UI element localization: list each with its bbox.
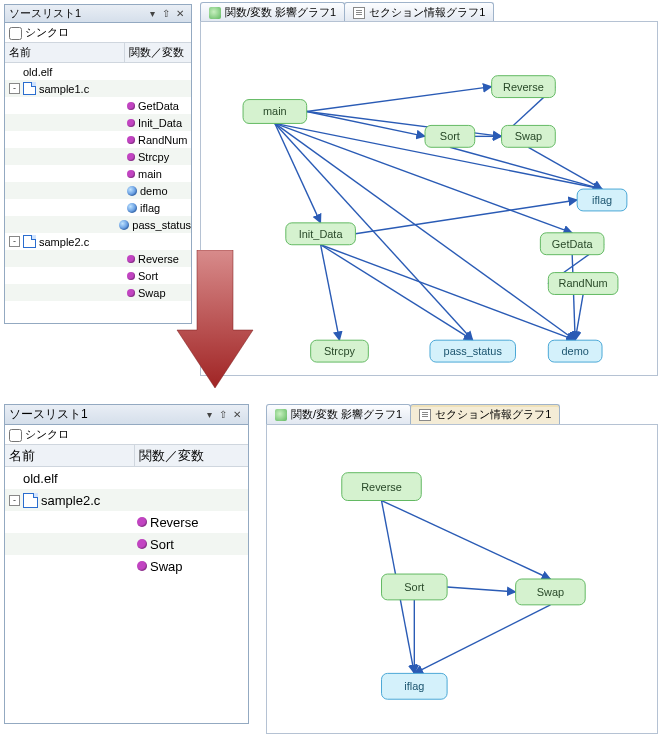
tree-item-func: Swap <box>150 559 183 574</box>
graph-canvas-top[interactable]: mainReverseSortSwapInit_DataGetDataRandN… <box>200 21 658 376</box>
tree-item-func: Init_Data <box>138 117 182 129</box>
graph-node-swap[interactable]: Swap <box>502 125 556 147</box>
tree-row[interactable]: Sort <box>5 533 248 555</box>
graph-node-strcpy[interactable]: Strcpy <box>311 340 369 362</box>
graph-node-getdata[interactable]: GetData <box>540 233 604 255</box>
tree-row[interactable]: main <box>5 165 191 182</box>
tree-row[interactable]: demo <box>5 182 191 199</box>
col-header-func[interactable]: 関数／変数 <box>135 445 248 466</box>
col-header-name[interactable]: 名前 <box>5 43 125 62</box>
expander-icon[interactable]: - <box>9 83 20 94</box>
graph-edge <box>572 255 575 341</box>
close-icon[interactable]: ✕ <box>230 408 244 422</box>
sync-label: シンクロ <box>25 26 69 38</box>
function-icon <box>127 153 135 161</box>
tree-row[interactable]: iflag <box>5 199 191 216</box>
tab-label: セクション情報グラフ1 <box>435 407 551 422</box>
tree-item-func: demo <box>140 185 168 197</box>
graph-node-label: Strcpy <box>324 345 355 357</box>
tab[interactable]: セクション情報グラフ1 <box>410 404 560 424</box>
file-icon <box>23 493 38 508</box>
graph-node-demo[interactable]: demo <box>548 340 602 362</box>
tab-label: セクション情報グラフ1 <box>369 5 485 20</box>
expander-icon[interactable]: - <box>9 495 20 506</box>
tab[interactable]: セクション情報グラフ1 <box>344 2 494 22</box>
tab[interactable]: 関数/変数 影響グラフ1 <box>266 404 411 424</box>
transition-arrow-icon <box>175 250 255 390</box>
graph-node-initdata[interactable]: Init_Data <box>286 223 356 245</box>
expander-icon[interactable]: - <box>9 236 20 247</box>
tree-item-func: Reverse <box>138 253 179 265</box>
tree-row[interactable]: old.elf <box>5 63 191 80</box>
graph-node-label: Sort <box>404 581 424 593</box>
tree-item-func: Sort <box>150 537 174 552</box>
tree-row[interactable]: Strcpy <box>5 148 191 165</box>
tree-row[interactable]: -sample2.c <box>5 233 191 250</box>
sync-row: シンクロ <box>5 425 248 445</box>
tree-row[interactable]: -sample1.c <box>5 80 191 97</box>
panel-title-text: ソースリスト1 <box>9 406 88 423</box>
tree-row[interactable]: GetData <box>5 97 191 114</box>
graph-node-label: RandNum <box>559 277 608 289</box>
panel-menu-icon[interactable]: ▾ <box>202 408 216 422</box>
graph-node-label: Init_Data <box>299 228 344 240</box>
tree-row[interactable]: Swap <box>5 555 248 577</box>
graph-edge <box>450 147 602 189</box>
function-icon <box>127 170 135 178</box>
function-icon <box>127 119 135 127</box>
graph-node-label: Reverse <box>361 481 402 493</box>
sync-checkbox[interactable] <box>9 429 22 442</box>
pin-icon[interactable]: ⇧ <box>159 7 173 21</box>
tree-row[interactable]: Init_Data <box>5 114 191 131</box>
function-icon <box>127 289 135 297</box>
function-icon <box>127 272 135 280</box>
graph-node-label: GetData <box>552 238 594 250</box>
tree-row[interactable]: -sample2.c <box>5 489 248 511</box>
tree-row[interactable]: RandNum <box>5 131 191 148</box>
tree-row[interactable]: Sort <box>5 267 191 284</box>
panel-menu-icon[interactable]: ▾ <box>145 7 159 21</box>
graph-edge <box>414 605 550 674</box>
graph-node-swap[interactable]: Swap <box>516 579 586 605</box>
col-header-name[interactable]: 名前 <box>5 445 135 466</box>
pin-icon[interactable]: ⇧ <box>216 408 230 422</box>
graph-edge <box>321 245 576 340</box>
graph-node-sort[interactable]: Sort <box>425 125 475 147</box>
panel-titlebar[interactable]: ソースリスト1 ▾ ⇧ ✕ <box>5 405 248 425</box>
col-header-func[interactable]: 関数／変数 <box>125 43 191 62</box>
file-icon <box>23 235 36 248</box>
graph-node-iflag[interactable]: iflag <box>382 673 448 699</box>
graph-node-label: main <box>263 105 287 117</box>
graph-node-sort[interactable]: Sort <box>382 574 448 600</box>
graph-edge <box>528 147 602 189</box>
variable-icon <box>119 220 129 230</box>
graph-node-iflag[interactable]: iflag <box>577 189 627 211</box>
function-icon <box>137 539 147 549</box>
graph-node-reverse[interactable]: Reverse <box>342 473 421 501</box>
tree-row[interactable]: Reverse <box>5 250 191 267</box>
graph-node-randnum[interactable]: RandNum <box>548 273 618 295</box>
graph-node-reverse[interactable]: Reverse <box>492 76 556 98</box>
graph-node-label: pass_status <box>444 345 503 357</box>
sync-checkbox[interactable] <box>9 27 22 40</box>
panel-titlebar[interactable]: ソースリスト1 ▾ ⇧ ✕ <box>5 5 191 23</box>
variable-icon <box>127 186 137 196</box>
tree-row[interactable]: pass_status <box>5 216 191 233</box>
close-icon[interactable]: ✕ <box>173 7 187 21</box>
graph-canvas-bottom[interactable]: ReverseSortSwapiflag <box>266 424 658 734</box>
tab[interactable]: 関数/変数 影響グラフ1 <box>200 2 345 22</box>
tree-row[interactable]: old.elf <box>5 467 248 489</box>
tree-row[interactable]: Swap <box>5 284 191 301</box>
panel-title-text: ソースリスト1 <box>9 6 81 21</box>
tree-item-func: pass_status <box>132 219 191 231</box>
tree-item-name: sample2.c <box>41 493 100 508</box>
section-tab-icon <box>419 409 431 421</box>
tree-row[interactable]: Reverse <box>5 511 248 533</box>
tabstrip-bottom: 関数/変数 影響グラフ1セクション情報グラフ1 <box>266 404 559 424</box>
graph-node-label: demo <box>562 345 589 357</box>
graph-edge <box>447 587 516 592</box>
tree-header: 名前 関数／変数 <box>5 43 191 63</box>
graph-node-main[interactable]: main <box>243 100 307 124</box>
tree-header: 名前 関数／変数 <box>5 445 248 467</box>
graph-node-pass[interactable]: pass_status <box>430 340 516 362</box>
